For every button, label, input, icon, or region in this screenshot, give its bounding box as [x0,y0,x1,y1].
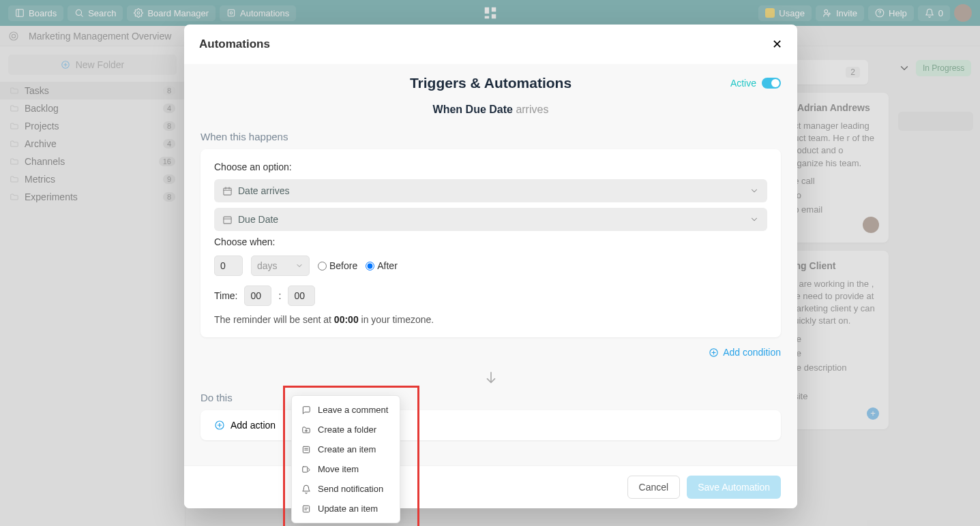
chevron-down-icon [749,215,759,224]
toggle-switch-icon[interactable] [762,78,781,89]
reminder-note: The reminder will be sent at 00:00 in yo… [214,314,767,325]
close-icon[interactable]: ✕ [772,37,782,52]
svg-rect-33 [303,446,309,452]
plus-circle-icon [214,420,225,431]
modal-title: Automations [199,37,270,51]
bell-icon [301,484,311,494]
comment-icon [301,405,311,415]
trigger-field-select[interactable]: Due Date [214,208,767,231]
rule-summary: When Due Date arrives [201,104,781,116]
add-condition-label: Add condition [723,347,781,358]
hour-input[interactable] [244,285,271,306]
offset-input[interactable] [214,256,243,276]
trigger-type-value: Date arrives [238,185,289,196]
trigger-field-value: Due Date [238,214,278,225]
trigger-panel: Choose an option: Date arrives Due Date … [201,149,781,337]
action-send-notification[interactable]: Send notification [292,479,400,499]
before-radio[interactable]: Before [318,260,357,271]
minute-input[interactable] [288,285,315,306]
chevron-down-icon [749,186,759,196]
folder-plus-icon [301,425,311,435]
plus-circle-icon [709,347,719,358]
chevron-down-icon [295,262,303,270]
move-icon [301,465,311,474]
automations-modal: Automations ✕ Triggers & Automations Act… [184,25,797,508]
unit-select[interactable]: days [251,256,310,276]
svg-rect-37 [303,506,309,512]
active-label: Active [730,78,756,89]
svg-rect-22 [224,217,231,223]
trigger-type-select[interactable]: Date arrives [214,179,767,202]
item-icon [301,445,311,454]
flow-arrow-icon [201,370,781,385]
after-radio[interactable]: After [366,260,398,271]
add-action-button[interactable]: Add action [201,410,781,440]
do-this-label: Do this [201,392,781,403]
when-section-label: When this happens [201,131,781,142]
action-move-item[interactable]: Move item [292,459,400,479]
choose-option-label: Choose an option: [214,161,767,172]
time-label: Time: [214,290,237,301]
svg-rect-18 [224,188,231,195]
calendar-icon [222,215,233,225]
action-create-item[interactable]: Create an item [292,439,400,459]
add-action-label: Add action [231,420,276,431]
action-update-item[interactable]: Update an item [292,499,400,519]
action-create-folder[interactable]: Create a folder [292,420,400,439]
add-condition-button[interactable]: Add condition [201,347,781,358]
automations-heading: Triggers & Automations [410,75,571,91]
calendar-icon [222,186,233,196]
unit-value: days [257,260,278,271]
active-toggle[interactable]: Active [730,78,781,89]
cancel-button[interactable]: Cancel [627,476,681,499]
svg-rect-36 [303,466,308,471]
save-automation-button[interactable]: Save Automation [687,476,781,499]
action-dropdown: Leave a comment Create a folder Create a… [291,395,400,523]
choose-when-label: Choose when: [214,236,767,247]
action-leave-comment[interactable]: Leave a comment [292,400,400,420]
time-colon: : [278,290,281,301]
update-icon [301,504,311,514]
